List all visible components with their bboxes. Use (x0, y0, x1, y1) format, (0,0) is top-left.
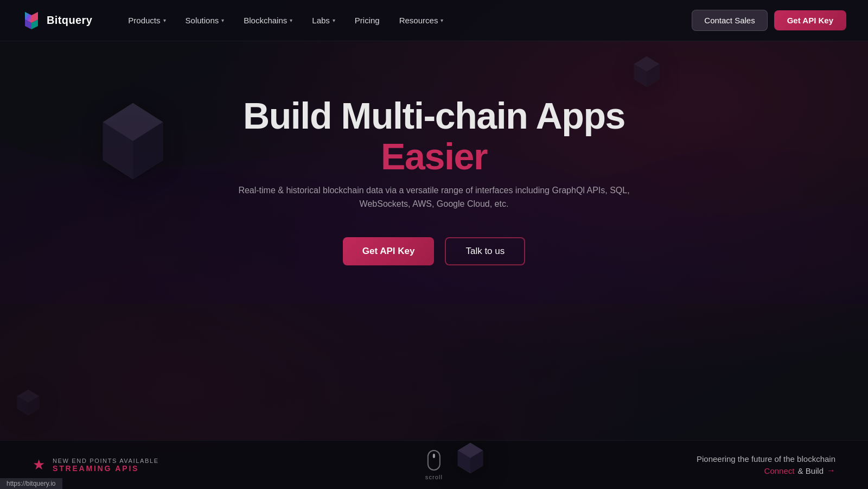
navbar: Bitquery Products ▾ Solutions ▾ Blockcha… (0, 0, 868, 41)
hero-subtitle: Real-time & historical blockchain data v… (228, 183, 640, 211)
contact-sales-button[interactable]: Contact Sales (692, 10, 767, 31)
pioneering-text: Pioneering the future of the blockchain (697, 454, 835, 463)
hero-section: Build Multi-chain Apps Easier Real-time … (0, 41, 868, 265)
labs-chevron-icon: ▾ (333, 17, 335, 23)
logo-text: Bitquery (47, 14, 92, 27)
streaming-badge: ★ NEW END POINTS AVAILABLE STREAMING API… (33, 456, 159, 473)
arrow-right-icon: → (827, 466, 835, 475)
nav-blockchains[interactable]: Blockchains ▾ (235, 11, 301, 29)
nav-links: Products ▾ Solutions ▾ Blockchains ▾ Lab… (119, 11, 692, 29)
scroll-label: scroll (425, 474, 443, 480)
hero-title: Build Multi-chain Apps Easier (243, 96, 625, 177)
solutions-chevron-icon: ▾ (221, 17, 224, 23)
nav-actions: Contact Sales Get API Key (692, 10, 846, 31)
get-api-key-nav-button[interactable]: Get API Key (774, 10, 846, 30)
scroll-indicator: scroll (425, 450, 443, 480)
nav-labs[interactable]: Labs ▾ (303, 11, 344, 29)
scroll-mouse-icon (427, 450, 441, 471)
talk-to-us-button[interactable]: Talk to us (445, 237, 525, 265)
logo-link[interactable]: Bitquery (22, 11, 92, 30)
nav-solutions[interactable]: Solutions ▾ (177, 11, 233, 29)
browser-status-bar: https://bitquery.io (0, 478, 62, 489)
bottom-bar: ★ NEW END POINTS AVAILABLE STREAMING API… (0, 440, 868, 489)
build-text: & Build (797, 466, 824, 475)
badge-bottom-text: STREAMING APIS (53, 464, 159, 473)
nav-resources[interactable]: Resources ▾ (391, 11, 452, 29)
nav-products[interactable]: Products ▾ (119, 11, 174, 29)
connect-text: Connect (764, 466, 795, 475)
blockchains-chevron-icon: ▾ (290, 17, 292, 23)
cube-scroll-decoration (456, 441, 486, 478)
connect-build-area: Connect & Build → (697, 466, 835, 475)
bottom-right-area: Pioneering the future of the blockchain … (697, 454, 835, 475)
hero-title-line1: Build Multi-chain Apps (243, 96, 625, 136)
resources-chevron-icon: ▾ (441, 17, 443, 23)
products-chevron-icon: ▾ (163, 17, 166, 23)
badge-top-text: NEW END POINTS AVAILABLE (53, 458, 159, 464)
star-icon: ★ (33, 456, 45, 473)
streaming-text: NEW END POINTS AVAILABLE STREAMING APIS (53, 458, 159, 473)
get-api-key-hero-button[interactable]: Get API Key (343, 237, 435, 265)
nav-pricing[interactable]: Pricing (346, 11, 388, 29)
bitquery-logo-icon (22, 11, 41, 30)
cube-decoration-bottom-left (16, 388, 41, 418)
hero-title-line2: Easier (243, 136, 625, 177)
hero-actions: Get API Key Talk to us (343, 237, 526, 265)
status-url: https://bitquery.io (7, 480, 56, 487)
